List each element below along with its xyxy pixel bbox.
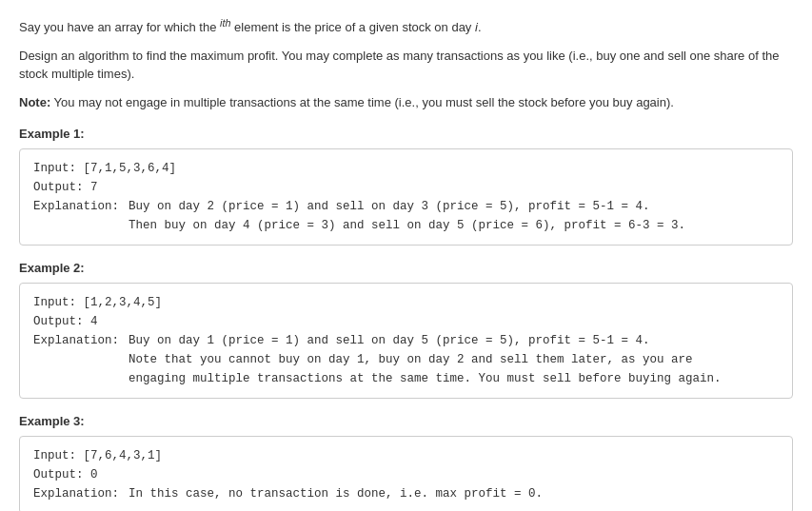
example-2-explanation-line: Explanation: Buy on day 1 (price = 1) an…	[33, 331, 779, 350]
example-1-section: Example 1: Input: [7,1,5,3,6,4] Output: …	[19, 127, 793, 246]
example-3-block: Input: [7,6,4,3,1] Output: 0 Explanation…	[19, 436, 793, 511]
design-paragraph: Design an algorithm to find the maximum …	[19, 47, 793, 84]
example-2-explanation-label: Explanation:	[33, 331, 129, 350]
note-paragraph: Note: You may not engage in multiple tra…	[19, 93, 793, 112]
example-2-block: Input: [1,2,3,4,5] Output: 4 Explanation…	[19, 283, 793, 399]
example-2-continuation-1: Note that you cannot buy on day 1, buy o…	[33, 350, 779, 369]
example-3-title: Example 3:	[19, 414, 793, 428]
example-2-continuation-2: engaging multiple transactions at the sa…	[33, 369, 779, 388]
example-1-output-line: Output: 7	[33, 178, 779, 197]
example-1-explanation-label: Explanation:	[33, 197, 129, 216]
example-2-section: Example 2: Input: [1,2,3,4,5] Output: 4 …	[19, 261, 793, 399]
example-1-input: Input: [7,1,5,3,6,4]	[33, 159, 176, 178]
example-2-explanation-content: Buy on day 1 (price = 1) and sell on day…	[129, 331, 779, 350]
example-2-output-line: Output: 4	[33, 312, 779, 331]
example-1-explanation-content: Buy on day 2 (price = 1) and sell on day…	[129, 197, 779, 216]
example-1-block: Input: [7,1,5,3,6,4] Output: 7 Explanati…	[19, 148, 793, 246]
example-3-explanation-label: Explanation:	[33, 484, 129, 503]
example-2-input: Input: [1,2,3,4,5]	[33, 293, 162, 312]
example-3-explanation-content: In this case, no transaction is done, i.…	[129, 484, 779, 503]
example-1-explanation-line-1: Buy on day 2 (price = 1) and sell on day…	[129, 200, 650, 213]
example-1-explanation-line: Explanation: Buy on day 2 (price = 1) an…	[33, 197, 779, 216]
example-3-explanation-line: Explanation: In this case, no transactio…	[33, 484, 779, 503]
example-3-output: Output: 0	[33, 465, 98, 484]
example-1-output: Output: 7	[33, 178, 98, 197]
example-1-input-line: Input: [7,1,5,3,6,4]	[33, 159, 779, 178]
example-3-explanation-line-1: In this case, no transaction is done, i.…	[129, 487, 543, 501]
example-3-section: Example 3: Input: [7,6,4,3,1] Output: 0 …	[19, 414, 793, 511]
example-3-output-line: Output: 0	[33, 465, 779, 484]
example-1-title: Example 1:	[19, 127, 793, 141]
example-2-explanation-line-1: Buy on day 1 (price = 1) and sell on day…	[129, 334, 650, 347]
example-2-output: Output: 4	[33, 312, 98, 331]
intro-paragraph: Say you have an array for which the ith …	[19, 15, 793, 37]
example-3-input-line: Input: [7,6,4,3,1]	[33, 446, 779, 465]
example-1-continuation: Then buy on day 4 (price = 3) and sell o…	[33, 216, 779, 235]
example-2-title: Example 2:	[19, 261, 793, 275]
example-2-input-line: Input: [1,2,3,4,5]	[33, 293, 779, 312]
example-3-input: Input: [7,6,4,3,1]	[33, 446, 162, 465]
